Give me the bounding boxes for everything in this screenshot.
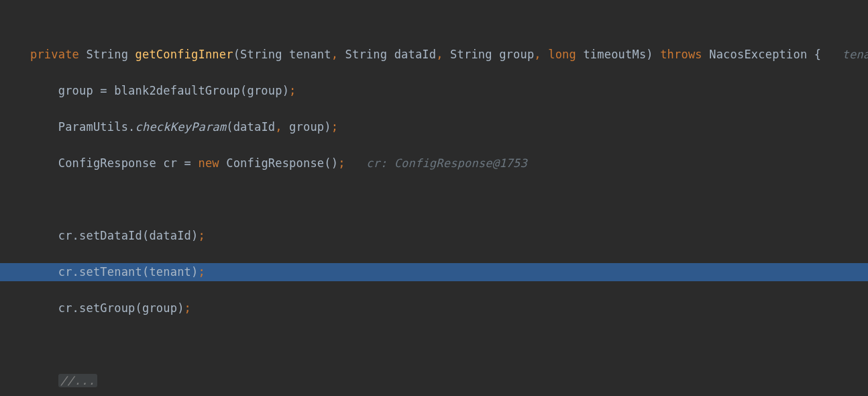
code-line[interactable]: cr.setDataId(dataId);	[30, 227, 868, 245]
code-line[interactable]: private String getConfigInner(String ten…	[30, 46, 868, 64]
inline-hint: cr: ConfigResponse@1753	[366, 156, 527, 170]
code-line[interactable]: cr.setGroup(group);	[30, 299, 868, 317]
folded-comment[interactable]: //...	[58, 374, 97, 387]
inline-hint: tenant: "	[843, 48, 868, 61]
code-line[interactable]: ConfigResponse cr = new ConfigResponse()…	[30, 154, 868, 172]
code-editor[interactable]: private String getConfigInner(String ten…	[0, 0, 868, 396]
code-line[interactable]: //...	[30, 372, 868, 390]
code-line[interactable]: ParamUtils.checkKeyParam(dataId, group);	[30, 118, 868, 136]
keyword-private: private	[30, 48, 79, 61]
code-line[interactable]: cr.setTenant(tenant);	[30, 263, 868, 281]
method-name: getConfigInner	[135, 48, 233, 61]
code-line[interactable]: group = blank2defaultGroup(group);	[30, 82, 868, 100]
